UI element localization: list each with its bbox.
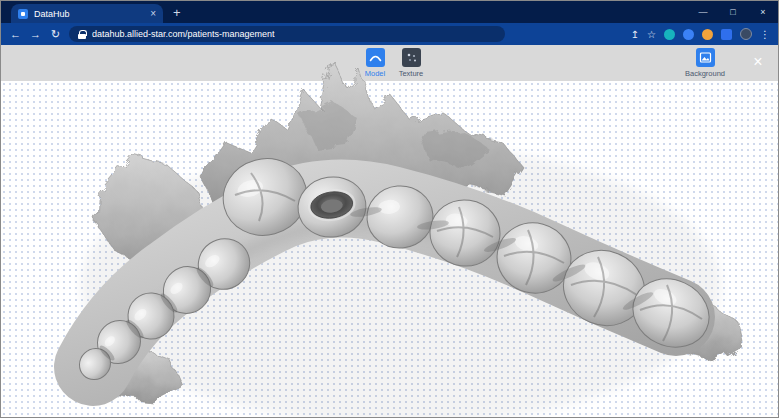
viewer-toolbar: Model Texture Background × xyxy=(1,45,779,81)
browser-window: DataHub × + — □ × ← → ↻ datahub.allied-s… xyxy=(0,0,779,418)
url-text: datahub.allied-star.com/patients-managem… xyxy=(92,29,275,39)
model-tool-label: Model xyxy=(365,69,385,78)
share-icon[interactable]: ↥ xyxy=(631,29,639,40)
texture-tool-label: Texture xyxy=(399,69,424,78)
texture-tool-button[interactable]: Texture xyxy=(389,48,433,78)
new-tab-button[interactable]: + xyxy=(173,5,181,20)
browser-address-bar: ← → ↻ datahub.allied-star.com/patients-m… xyxy=(1,23,778,45)
maximize-button[interactable]: □ xyxy=(718,1,748,23)
browser-menu-icon[interactable]: ⋮ xyxy=(760,29,770,40)
tab-favicon xyxy=(18,9,28,19)
profile-avatar[interactable] xyxy=(740,28,752,40)
lock-icon xyxy=(78,30,86,39)
tab-close-icon[interactable]: × xyxy=(150,8,156,19)
extension-icon-teal[interactable] xyxy=(664,29,675,40)
background-tool-label: Background xyxy=(685,69,725,78)
extension-icon-grid[interactable] xyxy=(721,29,732,40)
extension-icon-blue[interactable] xyxy=(683,29,694,40)
address-bar-actions: ↥ ☆ ⋮ xyxy=(631,28,770,40)
texture-icon xyxy=(402,48,421,67)
viewer-close-button[interactable]: × xyxy=(748,52,768,72)
reload-icon[interactable]: ↻ xyxy=(49,23,62,45)
window-controls: — □ × xyxy=(688,1,778,23)
url-bar[interactable]: datahub.allied-star.com/patients-managem… xyxy=(69,26,505,42)
forward-icon[interactable]: → xyxy=(29,23,42,45)
minimize-button[interactable]: — xyxy=(688,1,718,23)
bookmark-star-icon[interactable]: ☆ xyxy=(647,29,656,40)
background-icon xyxy=(696,48,715,67)
back-icon[interactable]: ← xyxy=(9,23,22,45)
tab-title: DataHub xyxy=(34,9,144,19)
browser-tab-datahub[interactable]: DataHub × xyxy=(11,4,163,23)
shaded-model-icon xyxy=(366,48,385,67)
extension-icon-orange[interactable] xyxy=(702,29,713,40)
viewer-canvas[interactable] xyxy=(1,81,779,418)
background-tool-button[interactable]: Background xyxy=(677,48,733,78)
browser-tab-strip: DataHub × + — □ × xyxy=(1,1,778,23)
window-close-button[interactable]: × xyxy=(748,1,778,23)
